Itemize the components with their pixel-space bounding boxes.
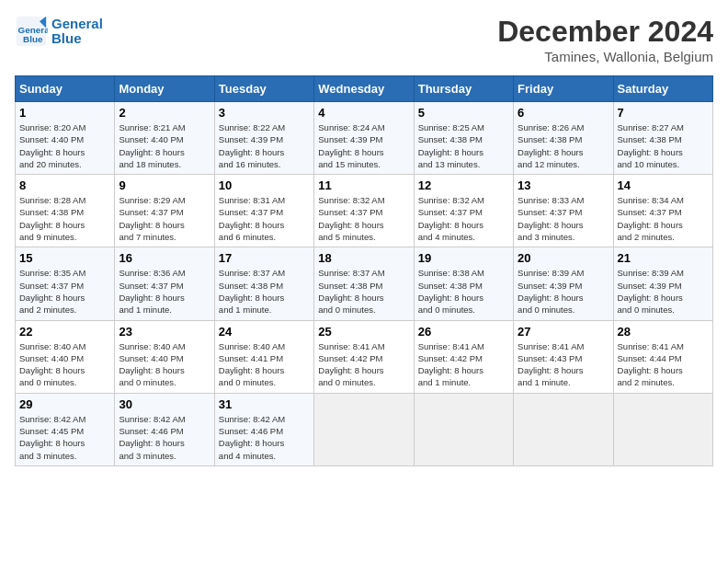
page-subtitle: Tamines, Wallonia, Belgium [497,49,713,64]
calendar-cell [613,393,712,465]
col-header-sunday: Sunday [16,76,115,102]
day-number: 24 [219,325,310,339]
calendar-header-row: SundayMondayTuesdayWednesdayThursdayFrid… [16,76,713,102]
calendar-cell: 28Sunrise: 8:41 AMSunset: 4:44 PMDayligh… [613,320,712,393]
cell-details: Sunrise: 8:41 AMSunset: 4:42 PMDaylight:… [418,340,509,389]
calendar-cell: 7Sunrise: 8:27 AMSunset: 4:38 PMDaylight… [613,102,712,175]
header: General Blue General Blue December 2024 … [15,15,713,64]
cell-details: Sunrise: 8:32 AMSunset: 4:37 PMDaylight:… [418,194,509,243]
calendar-cell [314,393,414,465]
cell-details: Sunrise: 8:42 AMSunset: 4:46 PMDaylight:… [119,413,210,462]
cell-details: Sunrise: 8:26 AMSunset: 4:38 PMDaylight:… [518,121,609,170]
calendar-cell: 17Sunrise: 8:37 AMSunset: 4:38 PMDayligh… [214,247,313,320]
calendar-cell: 14Sunrise: 8:34 AMSunset: 4:37 PMDayligh… [613,175,712,247]
day-number: 11 [318,178,409,192]
cell-details: Sunrise: 8:33 AMSunset: 4:37 PMDaylight:… [518,194,609,243]
svg-text:Blue: Blue [23,34,43,44]
logo-icon: General Blue [15,15,48,48]
calendar-cell: 9Sunrise: 8:29 AMSunset: 4:37 PMDaylight… [115,175,214,247]
day-number: 23 [119,325,210,339]
day-number: 12 [418,178,509,192]
day-number: 19 [418,251,509,265]
cell-details: Sunrise: 8:25 AMSunset: 4:38 PMDaylight:… [418,121,509,170]
cell-details: Sunrise: 8:36 AMSunset: 4:37 PMDaylight:… [119,267,210,316]
day-number: 1 [19,106,110,120]
calendar-cell: 25Sunrise: 8:41 AMSunset: 4:42 PMDayligh… [314,320,414,393]
day-number: 26 [418,325,509,339]
calendar-table: SundayMondayTuesdayWednesdayThursdayFrid… [15,75,713,466]
day-number: 28 [618,325,709,339]
day-number: 7 [618,106,709,120]
calendar-cell: 10Sunrise: 8:31 AMSunset: 4:37 PMDayligh… [214,175,313,247]
cell-details: Sunrise: 8:20 AMSunset: 4:40 PMDaylight:… [19,121,110,170]
col-header-wednesday: Wednesday [314,76,414,102]
day-number: 13 [518,178,609,192]
col-header-friday: Friday [514,76,613,102]
cell-details: Sunrise: 8:28 AMSunset: 4:38 PMDaylight:… [19,194,110,243]
cell-details: Sunrise: 8:37 AMSunset: 4:38 PMDaylight:… [318,267,409,316]
calendar-cell: 15Sunrise: 8:35 AMSunset: 4:37 PMDayligh… [16,247,115,320]
day-number: 25 [318,325,409,339]
day-number: 3 [219,106,310,120]
day-number: 18 [318,251,409,265]
day-number: 27 [518,325,609,339]
calendar-cell: 21Sunrise: 8:39 AMSunset: 4:39 PMDayligh… [613,247,712,320]
calendar-cell: 27Sunrise: 8:41 AMSunset: 4:43 PMDayligh… [514,320,613,393]
week-row-1: 1Sunrise: 8:20 AMSunset: 4:40 PMDaylight… [16,102,713,175]
calendar-cell [414,393,513,465]
day-number: 4 [318,106,409,120]
day-number: 31 [219,397,310,411]
day-number: 16 [119,251,210,265]
cell-details: Sunrise: 8:38 AMSunset: 4:38 PMDaylight:… [418,267,509,316]
cell-details: Sunrise: 8:24 AMSunset: 4:39 PMDaylight:… [318,121,409,170]
day-number: 6 [518,106,609,120]
col-header-monday: Monday [115,76,214,102]
week-row-2: 8Sunrise: 8:28 AMSunset: 4:38 PMDaylight… [16,175,713,247]
col-header-thursday: Thursday [414,76,513,102]
cell-details: Sunrise: 8:39 AMSunset: 4:39 PMDaylight:… [518,267,609,316]
calendar-cell: 16Sunrise: 8:36 AMSunset: 4:37 PMDayligh… [115,247,214,320]
calendar-cell: 8Sunrise: 8:28 AMSunset: 4:38 PMDaylight… [16,175,115,247]
day-number: 8 [19,178,110,192]
calendar-cell: 19Sunrise: 8:38 AMSunset: 4:38 PMDayligh… [414,247,513,320]
day-number: 22 [19,325,110,339]
day-number: 29 [19,397,110,411]
calendar-cell: 12Sunrise: 8:32 AMSunset: 4:37 PMDayligh… [414,175,513,247]
day-number: 20 [518,251,609,265]
col-header-saturday: Saturday [613,76,712,102]
cell-details: Sunrise: 8:34 AMSunset: 4:37 PMDaylight:… [618,194,709,243]
cell-details: Sunrise: 8:22 AMSunset: 4:39 PMDaylight:… [219,121,310,170]
day-number: 2 [119,106,210,120]
cell-details: Sunrise: 8:29 AMSunset: 4:37 PMDaylight:… [119,194,210,243]
title-area: December 2024 Tamines, Wallonia, Belgium [497,15,713,64]
day-number: 21 [618,251,709,265]
day-number: 30 [119,397,210,411]
page-title: December 2024 [497,15,713,49]
cell-details: Sunrise: 8:40 AMSunset: 4:41 PMDaylight:… [219,340,310,389]
week-row-3: 15Sunrise: 8:35 AMSunset: 4:37 PMDayligh… [16,247,713,320]
day-number: 5 [418,106,509,120]
calendar-cell: 2Sunrise: 8:21 AMSunset: 4:40 PMDaylight… [115,102,214,175]
day-number: 15 [19,251,110,265]
calendar-cell: 4Sunrise: 8:24 AMSunset: 4:39 PMDaylight… [314,102,414,175]
day-number: 9 [119,178,210,192]
cell-details: Sunrise: 8:40 AMSunset: 4:40 PMDaylight:… [119,340,210,389]
calendar-cell: 22Sunrise: 8:40 AMSunset: 4:40 PMDayligh… [16,320,115,393]
calendar-cell: 5Sunrise: 8:25 AMSunset: 4:38 PMDaylight… [414,102,513,175]
calendar-cell: 1Sunrise: 8:20 AMSunset: 4:40 PMDaylight… [16,102,115,175]
col-header-tuesday: Tuesday [214,76,313,102]
calendar-cell: 31Sunrise: 8:42 AMSunset: 4:46 PMDayligh… [214,393,313,465]
cell-details: Sunrise: 8:41 AMSunset: 4:44 PMDaylight:… [618,340,709,389]
cell-details: Sunrise: 8:35 AMSunset: 4:37 PMDaylight:… [19,267,110,316]
cell-details: Sunrise: 8:41 AMSunset: 4:43 PMDaylight:… [518,340,609,389]
calendar-body: 1Sunrise: 8:20 AMSunset: 4:40 PMDaylight… [16,102,713,466]
week-row-4: 22Sunrise: 8:40 AMSunset: 4:40 PMDayligh… [16,320,713,393]
cell-details: Sunrise: 8:37 AMSunset: 4:38 PMDaylight:… [219,267,310,316]
calendar-cell: 30Sunrise: 8:42 AMSunset: 4:46 PMDayligh… [115,393,214,465]
day-number: 14 [618,178,709,192]
logo-text: General Blue [51,17,103,47]
calendar-cell: 3Sunrise: 8:22 AMSunset: 4:39 PMDaylight… [214,102,313,175]
calendar-cell [514,393,613,465]
logo: General Blue General Blue [15,15,103,48]
cell-details: Sunrise: 8:31 AMSunset: 4:37 PMDaylight:… [219,194,310,243]
